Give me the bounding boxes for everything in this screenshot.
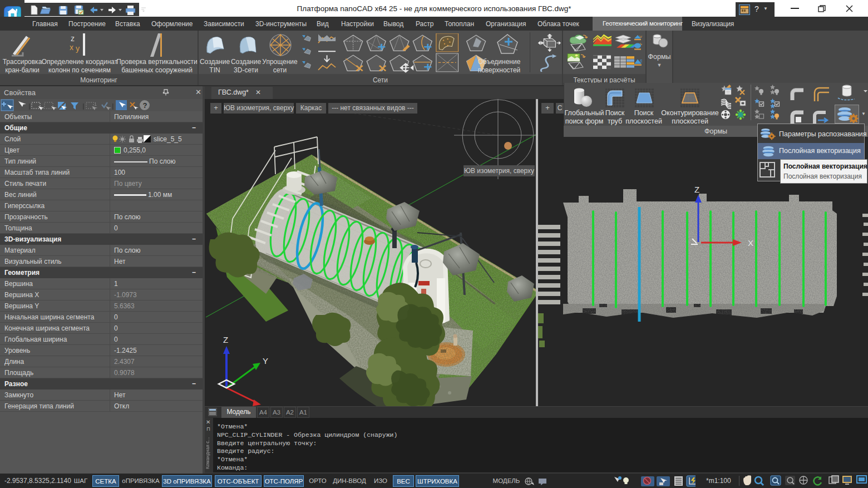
svg-text:Z: Z [223, 335, 228, 344]
svg-text:V: V [640, 42, 642, 46]
svg-text:S: S [640, 59, 642, 63]
svg-text:Z: Z [694, 185, 699, 194]
svg-text:y: y [76, 44, 80, 53]
svg-text:1: 1 [94, 101, 97, 107]
svg-text:x: x [70, 43, 73, 52]
svg-text:?: ? [143, 101, 147, 110]
svg-text:z: z [71, 34, 75, 43]
svg-text:X: X [748, 238, 753, 248]
svg-text:V: V [639, 34, 642, 38]
svg-text:Y: Y [263, 356, 268, 366]
